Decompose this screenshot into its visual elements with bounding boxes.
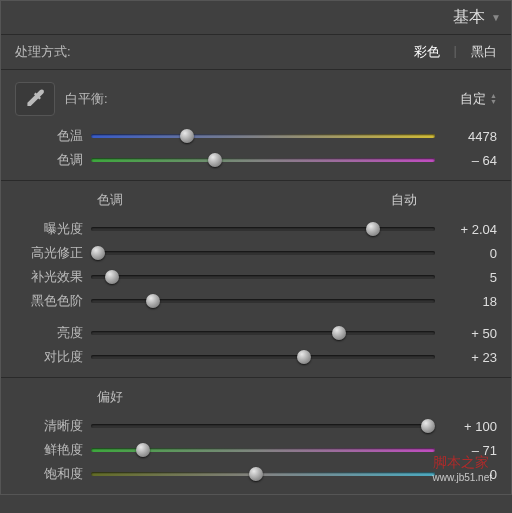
wb-value-text: 自定	[460, 90, 486, 108]
brightness-thumb[interactable]	[332, 326, 346, 340]
presence-section: 偏好 清晰度 + 100 鲜艳度 – 71 饱和度 0	[1, 378, 511, 494]
saturation-thumb[interactable]	[249, 467, 263, 481]
fill-label: 补光效果	[15, 268, 83, 286]
tint-row: 色调 – 64	[1, 148, 511, 172]
clarity-label: 清晰度	[15, 417, 83, 435]
vibrance-slider[interactable]	[91, 443, 435, 457]
recovery-thumb[interactable]	[91, 246, 105, 260]
panel-title: 基本	[453, 7, 485, 28]
vibrance-value[interactable]: – 71	[443, 443, 497, 458]
vibrance-label: 鲜艳度	[15, 441, 83, 459]
eyedropper-button[interactable]	[15, 82, 55, 116]
tint-value[interactable]: – 64	[443, 153, 497, 168]
tone-label: 色调	[97, 191, 391, 209]
tint-label: 色调	[15, 151, 83, 169]
clarity-thumb[interactable]	[421, 419, 435, 433]
tint-thumb[interactable]	[208, 153, 222, 167]
brightness-label: 亮度	[15, 324, 83, 342]
recovery-slider[interactable]	[91, 246, 435, 260]
fill-slider[interactable]	[91, 270, 435, 284]
treatment-sep: |	[454, 43, 457, 61]
wb-dropdown[interactable]: 自定 ▲▼	[460, 90, 497, 108]
clarity-value[interactable]: + 100	[443, 419, 497, 434]
recovery-label: 高光修正	[15, 244, 83, 262]
temp-row: 色温 4478	[1, 124, 511, 148]
temp-value[interactable]: 4478	[443, 129, 497, 144]
exposure-thumb[interactable]	[366, 222, 380, 236]
brightness-value[interactable]: + 50	[443, 326, 497, 341]
contrast-slider[interactable]	[91, 350, 435, 364]
contrast-row: 对比度 + 23	[1, 345, 511, 369]
saturation-row: 饱和度 0	[1, 462, 511, 486]
blacks-thumb[interactable]	[146, 294, 160, 308]
saturation-label: 饱和度	[15, 465, 83, 483]
eyedropper-icon	[22, 86, 48, 112]
treatment-color[interactable]: 彩色	[414, 43, 440, 61]
wb-label: 白平衡:	[65, 90, 460, 108]
fill-value[interactable]: 5	[443, 270, 497, 285]
vibrance-thumb[interactable]	[136, 443, 150, 457]
exposure-slider[interactable]	[91, 222, 435, 236]
treatment-label: 处理方式:	[15, 43, 414, 61]
treatment-row: 处理方式: 彩色 | 黑白	[1, 35, 511, 70]
contrast-value[interactable]: + 23	[443, 350, 497, 365]
contrast-label: 对比度	[15, 348, 83, 366]
presence-label: 偏好	[97, 388, 497, 406]
fill-row: 补光效果 5	[1, 265, 511, 289]
basic-panel: 基本 ▼ 处理方式: 彩色 | 黑白 白平衡: 自定 ▲▼ 色温	[0, 0, 512, 495]
recovery-row: 高光修正 0	[1, 241, 511, 265]
auto-tone-button[interactable]: 自动	[391, 191, 417, 209]
saturation-value[interactable]: 0	[443, 467, 497, 482]
exposure-row: 曝光度 + 2.04	[1, 217, 511, 241]
blacks-row: 黑色色阶 18	[1, 289, 511, 313]
tint-slider[interactable]	[91, 153, 435, 167]
exposure-label: 曝光度	[15, 220, 83, 238]
temp-thumb[interactable]	[180, 129, 194, 143]
tone-section: 色调 自动 曝光度 + 2.04 高光修正 0 补光效果 5 黑色色阶 18 亮…	[1, 181, 511, 378]
fill-thumb[interactable]	[105, 270, 119, 284]
contrast-thumb[interactable]	[297, 350, 311, 364]
saturation-slider[interactable]	[91, 467, 435, 481]
temp-label: 色温	[15, 127, 83, 145]
temp-slider[interactable]	[91, 129, 435, 143]
clarity-slider[interactable]	[91, 419, 435, 433]
collapse-icon: ▼	[491, 12, 501, 23]
clarity-row: 清晰度 + 100	[1, 414, 511, 438]
brightness-row: 亮度 + 50	[1, 321, 511, 345]
updown-icon: ▲▼	[490, 93, 497, 105]
recovery-value[interactable]: 0	[443, 246, 497, 261]
blacks-label: 黑色色阶	[15, 292, 83, 310]
blacks-value[interactable]: 18	[443, 294, 497, 309]
vibrance-row: 鲜艳度 – 71	[1, 438, 511, 462]
wb-section: 白平衡: 自定 ▲▼ 色温 4478 色调 – 64	[1, 70, 511, 181]
treatment-bw[interactable]: 黑白	[471, 43, 497, 61]
panel-header[interactable]: 基本 ▼	[1, 1, 511, 35]
exposure-value[interactable]: + 2.04	[443, 222, 497, 237]
blacks-slider[interactable]	[91, 294, 435, 308]
brightness-slider[interactable]	[91, 326, 435, 340]
